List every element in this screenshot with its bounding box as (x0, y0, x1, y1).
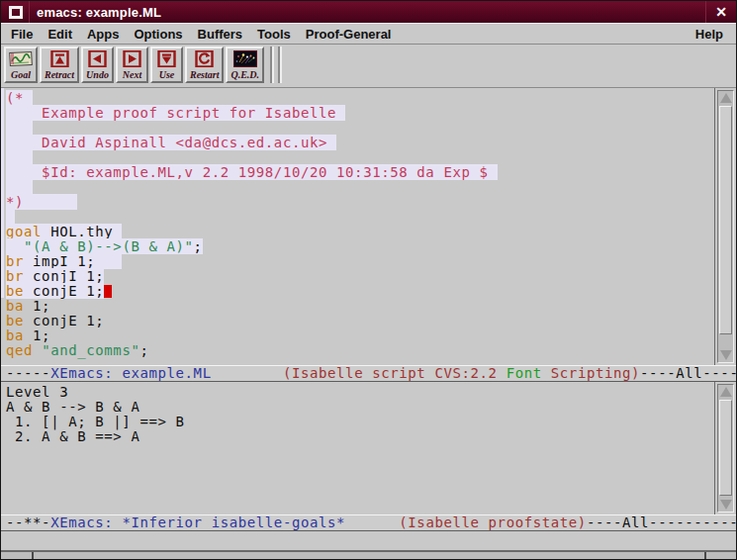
scroll-up-icon[interactable] (720, 387, 732, 397)
buffer-line (6, 210, 714, 225)
text-cursor (104, 285, 112, 298)
buffer-line: br impI 1; (6, 254, 714, 269)
goals-buffer-text[interactable]: Level 3A & B --> B & A 1. [| A; B |] ==>… (1, 382, 714, 514)
toolbar: Goal Retract Undo Next (1, 45, 736, 88)
restart-circular-arrows-icon (195, 50, 214, 67)
buffer-line: $Id: example.ML,v 2.2 1998/10/20 10:31:5… (6, 165, 714, 180)
retract-button-label: Retract (45, 70, 74, 80)
goals-buffer-modeline: --**-XEmacs: *Inferior isabelle-goals* (… (1, 514, 736, 531)
buffer-line (6, 180, 714, 195)
buffer-line: 2. A & B ==> A (6, 429, 714, 444)
frame-corner-notch (32, 552, 34, 560)
scroll-up-icon[interactable] (720, 93, 732, 103)
goal-button[interactable]: Goal (4, 47, 38, 83)
script-buffer-text[interactable]: (* Example proof script for Isabelle Dav… (1, 88, 714, 365)
menu-proof-general[interactable]: Proof-General (300, 25, 398, 44)
buffer-line: be conjE 1; (6, 284, 714, 299)
retract-button[interactable]: Retract (40, 47, 79, 83)
buffer-line: 1. [| A; B |] ==> B (6, 415, 714, 429)
scrollbar-track[interactable] (717, 90, 734, 363)
undo-left-triangle-icon (88, 50, 107, 67)
scrollbar-thumb[interactable] (719, 400, 732, 496)
processed-region-edge (1, 88, 4, 298)
retract-up-funnel-icon (50, 50, 69, 67)
buffer-line (6, 121, 714, 136)
xemacs-window: emacs: example.ML ✕ File Edit Apps Optio… (0, 0, 737, 560)
script-buffer-scrollbar[interactable] (714, 88, 736, 365)
menu-apps[interactable]: Apps (81, 25, 126, 44)
window-frame-bottom (1, 550, 736, 560)
buffer-line: goal HOL.thy (6, 225, 714, 239)
menubar: File Edit Apps Options Buffers Tools Pro… (1, 23, 736, 45)
buffer-line: br conjI 1; (6, 269, 714, 284)
buffer-line: be conjE 1; (6, 314, 714, 328)
echo-area[interactable] (1, 531, 736, 550)
scrollbar-track[interactable] (717, 384, 734, 513)
menu-options[interactable]: Options (128, 25, 188, 44)
buffer-line: David Aspinall <da@dcs.ed.ac.uk> (6, 136, 714, 150)
goals-buffer-scrollbar[interactable] (714, 382, 736, 514)
undo-button[interactable]: Undo (81, 47, 114, 83)
scroll-down-icon[interactable] (720, 500, 732, 510)
scroll-down-icon[interactable] (720, 350, 732, 360)
undo-button-label: Undo (86, 70, 109, 80)
toolbar-separator (278, 47, 282, 83)
buffer-line: --**-XEmacs: *Inferior isabelle-goals* (… (6, 515, 736, 530)
buffer-line: A & B --> B & A (6, 400, 714, 415)
menu-tools[interactable]: Tools (251, 25, 297, 44)
menu-edit[interactable]: Edit (42, 25, 78, 44)
qed-fireworks-icon (233, 50, 257, 67)
restart-button-label: Restart (190, 70, 219, 80)
next-right-triangle-icon (123, 50, 141, 67)
buffer-line: qed "and_comms"; (6, 343, 714, 358)
use-button[interactable]: Use (150, 47, 183, 83)
goals-buffer-window: Level 3A & B --> B & A 1. [| A; B |] ==>… (1, 382, 736, 514)
script-buffer-modeline: -----XEmacs: example.ML (Isabelle script… (1, 365, 736, 382)
window-title: emacs: example.ML (30, 5, 705, 20)
menu-file[interactable]: File (5, 25, 39, 44)
buffer-line: Level 3 (6, 385, 714, 400)
qed-button[interactable]: Q.E.D. (226, 47, 264, 83)
window-menu-icon[interactable] (9, 6, 23, 19)
script-buffer-window: (* Example proof script for Isabelle Dav… (1, 88, 736, 365)
buffer-line: -----XEmacs: example.ML (Isabelle script… (6, 366, 736, 381)
buffer-line: *) (6, 195, 714, 210)
buffer-line: ba 1; (6, 299, 714, 314)
use-down-funnel-icon (157, 50, 176, 67)
titlebar: emacs: example.ML ✕ (1, 1, 736, 23)
buffer-line (6, 150, 714, 165)
buffer-line: "(A & B)-->(B & A)"; (6, 239, 714, 254)
buffer-line: (* (6, 91, 714, 106)
restart-button[interactable]: Restart (185, 47, 224, 83)
goal-button-label: Goal (11, 70, 31, 80)
menu-help[interactable]: Help (690, 25, 729, 44)
menu-buffers[interactable]: Buffers (192, 25, 249, 44)
buffer-line: ba 1; (6, 328, 714, 343)
scrollbar-thumb[interactable] (719, 106, 732, 334)
frame-corner-notch (704, 552, 706, 560)
close-icon[interactable]: ✕ (706, 4, 736, 20)
next-button-label: Next (123, 70, 141, 80)
buffer-line: Example proof script for Isabelle (6, 106, 714, 121)
next-button[interactable]: Next (116, 47, 148, 83)
qed-button-label: Q.E.D. (230, 70, 259, 80)
goal-scroll-icon (9, 50, 33, 67)
use-button-label: Use (159, 70, 175, 80)
toolbar-separator (270, 47, 274, 83)
